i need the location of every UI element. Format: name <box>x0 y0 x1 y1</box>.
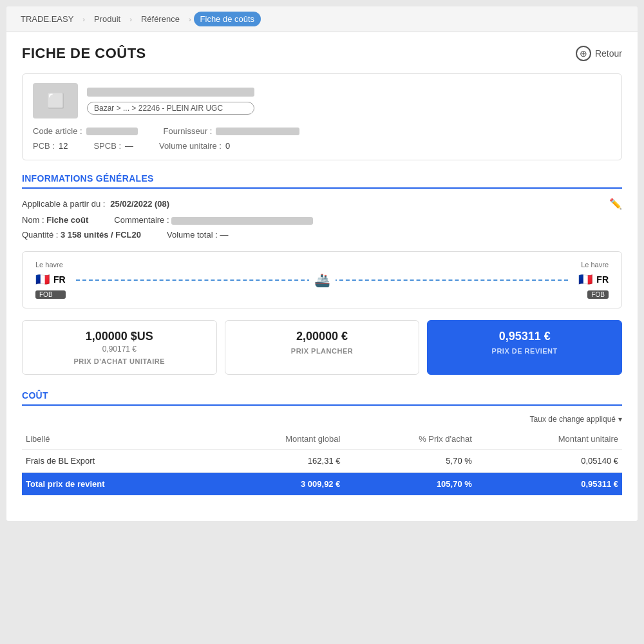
left-port-label: Le havre <box>35 261 66 269</box>
product-meta-2: PCB : 12 SPCB : — Volume unitaire : 0 <box>33 141 611 151</box>
col-montant-global: Montant global <box>209 429 344 450</box>
price-achat-main: 1,00000 $US <box>33 330 206 343</box>
back-label: Retour <box>595 48 622 59</box>
back-button[interactable]: ⊕ Retour <box>576 46 622 61</box>
volume-label: Volume unitaire : <box>159 141 222 151</box>
pcb-label: PCB : <box>33 141 55 151</box>
product-image: ⬜ <box>33 83 78 118</box>
pcb-value: 12 <box>59 141 68 151</box>
price-revient-label: PRIX DE REVIENT <box>438 347 611 355</box>
volume-total-value: — <box>220 230 228 240</box>
price-revient-main: 0,95311 € <box>438 330 611 343</box>
right-port-label: Le havre <box>581 261 609 269</box>
general-info-section: INFORMATIONS GÉNÉRALES Applicable à part… <box>22 173 622 240</box>
right-fob-badge: FOB <box>587 290 609 299</box>
ship-icon: 🚢 <box>309 272 336 288</box>
page-wrapper: TRADE.EASY › Produit › Référence › Fiche… <box>6 6 638 521</box>
meta-fournisseur: Fournisseur : <box>164 126 300 136</box>
breadcrumb-item-trade-easy[interactable]: TRADE.EASY <box>14 12 80 26</box>
route-inner: Le havre 🇫🇷 FR FOB 🚢 Le havre 🇫🇷 FR <box>35 261 609 299</box>
total-montant-global: 3 009,92 € <box>209 473 344 496</box>
breadcrumb: TRADE.EASY › Produit › Référence › Fiche… <box>6 6 638 32</box>
row-libelle: Frais de BL Export <box>22 450 209 473</box>
back-circle-icon: ⊕ <box>576 46 591 61</box>
meta-spcb: SPCB : — <box>93 141 133 151</box>
meta-pcb: PCB : 12 <box>33 141 68 151</box>
right-country: FR <box>596 274 609 285</box>
product-meta: Code article : Fournisseur : <box>33 126 611 136</box>
page-header: FICHE DE COÛTS ⊕ Retour <box>22 45 622 62</box>
route-line: 🚢 <box>76 272 569 288</box>
applicable-row: Applicable à partir du : 25/02/2022 (08)… <box>22 198 622 210</box>
quantite-item: Quantité : 3 158 unités / FCL20 <box>22 230 141 240</box>
route-box: Le havre 🇫🇷 FR FOB 🚢 Le havre 🇫🇷 FR <box>22 251 622 308</box>
left-country: FR <box>53 274 66 285</box>
code-article-value <box>86 128 138 135</box>
nom-item: Nom : Fiche coût <box>22 215 88 225</box>
quantite-value: 3 158 unités / FCL20 <box>61 230 141 240</box>
table-row: Frais de BL Export 162,31 € 5,70 % 0,051… <box>22 450 622 473</box>
product-top: ⬜ Bazar > ... > 22246 - PLEIN AIR UGC <box>33 83 611 118</box>
cost-header-row: Taux de change appliqué ▾ <box>22 415 622 424</box>
nom-commentaire-row: Nom : Fiche coût Commentaire : <box>22 215 622 225</box>
spcb-label: SPCB : <box>93 141 121 151</box>
total-row: Total prix de revient 3 009,92 € 105,70 … <box>22 473 622 496</box>
nom-value: Fiche coût <box>46 215 88 225</box>
commentaire-value-blurred <box>171 217 313 225</box>
breadcrumb-sep-2: › <box>129 15 132 23</box>
price-card-achat: 1,00000 $US 0,90171 € PRIX D'ACHAT UNITA… <box>22 320 217 375</box>
row-montant-global: 162,31 € <box>209 450 344 473</box>
quantite-row: Quantité : 3 158 unités / FCL20 Volume t… <box>22 230 622 240</box>
cost-table: Libellé Montant global % Prix d'achat Mo… <box>22 429 622 495</box>
breadcrumb-sep-1: › <box>82 15 85 23</box>
cost-section: COÛT Taux de change appliqué ▾ Libellé M… <box>22 390 622 495</box>
row-montant-unitaire: 0,05140 € <box>476 450 622 473</box>
cost-table-header-row: Libellé Montant global % Prix d'achat Mo… <box>22 429 622 450</box>
price-card-revient: 0,95311 € PRIX DE REVIENT <box>427 320 622 375</box>
taux-chevron-icon: ▾ <box>618 415 622 424</box>
volume-total-item: Volume total : — <box>167 230 228 240</box>
meta-code-article: Code article : <box>33 126 138 136</box>
commentaire-item: Commentaire : <box>114 215 313 225</box>
main-content: FICHE DE COÛTS ⊕ Retour ⬜ Bazar > ... > … <box>6 32 638 521</box>
left-fob-badge: FOB <box>35 290 66 299</box>
route-right-port: Le havre 🇫🇷 FR FOB <box>578 261 609 299</box>
left-flag: 🇫🇷 <box>35 272 50 287</box>
col-montant-unitaire: Montant unitaire <box>476 429 622 450</box>
col-libelle: Libellé <box>22 429 209 450</box>
price-card-plancher: 2,00000 € PRIX PLANCHER <box>225 320 420 375</box>
total-pct-prix-achat: 105,70 % <box>344 473 475 496</box>
product-name-blurred <box>87 88 254 97</box>
applicable-value: 25/02/2022 (08) <box>110 199 169 209</box>
product-card: ⬜ Bazar > ... > 22246 - PLEIN AIR UGC Co… <box>22 73 622 160</box>
quantite-label: Quantité : <box>22 230 58 240</box>
image-placeholder-icon: ⬜ <box>47 93 64 109</box>
price-achat-label: PRIX D'ACHAT UNITAIRE <box>33 357 206 365</box>
total-montant-unitaire: 0,95311 € <box>476 473 622 496</box>
taux-dropdown[interactable]: Taux de change appliqué ▾ <box>530 415 622 424</box>
col-pct-prix-achat: % Prix d'achat <box>344 429 475 450</box>
volume-total-label: Volume total : <box>167 230 218 240</box>
breadcrumb-item-produit[interactable]: Produit <box>88 12 127 26</box>
applicable-label: Applicable à partir du : <box>22 199 105 209</box>
code-article-label: Code article : <box>33 126 82 136</box>
fournisseur-value <box>216 128 299 135</box>
row-pct-prix-achat: 5,70 % <box>344 450 475 473</box>
breadcrumb-item-fiche-couts[interactable]: Fiche de coûts <box>194 12 261 26</box>
meta-volume: Volume unitaire : 0 <box>159 141 230 151</box>
spcb-value: — <box>125 141 133 151</box>
breadcrumb-item-reference[interactable]: Référence <box>135 12 186 26</box>
page-title: FICHE DE COÛTS <box>22 45 146 62</box>
fournisseur-label: Fournisseur : <box>164 126 213 136</box>
right-flag-row: 🇫🇷 FR <box>578 272 609 287</box>
taux-label: Taux de change appliqué <box>530 415 616 424</box>
price-plancher-label: PRIX PLANCHER <box>236 347 409 355</box>
volume-value: 0 <box>225 141 230 151</box>
edit-icon[interactable]: ✏️ <box>609 198 622 210</box>
price-cards: 1,00000 $US 0,90171 € PRIX D'ACHAT UNITA… <box>22 320 622 375</box>
nom-label: Nom : <box>22 215 44 225</box>
cost-section-title: COÛT <box>22 390 622 406</box>
price-achat-sub: 0,90171 € <box>33 345 206 354</box>
product-info-top: Bazar > ... > 22246 - PLEIN AIR UGC <box>87 88 254 115</box>
commentaire-label: Commentaire : <box>114 215 169 225</box>
